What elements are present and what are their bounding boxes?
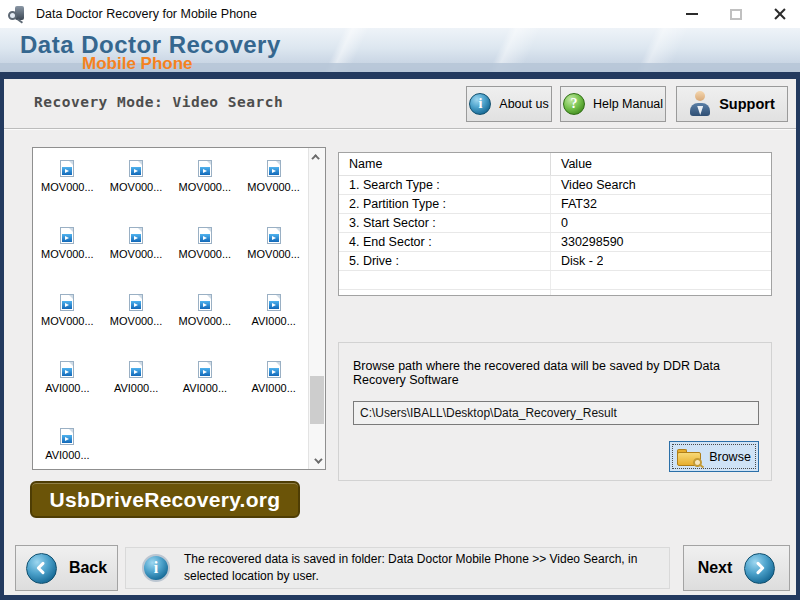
video-file-icon (198, 160, 212, 177)
table-row[interactable]: 2. Partition Type :FAT32 (339, 195, 771, 214)
file-item-label: MOV000... (41, 181, 94, 193)
cell-value: 330298590 (551, 235, 624, 249)
recovery-mode-label: Recovery Mode: Video Search (34, 94, 283, 110)
file-item-label: AVI000... (45, 382, 89, 394)
cell-value: 0 (551, 216, 568, 230)
cell-name: 3. Start Sector : (339, 214, 551, 232)
file-item[interactable]: AVI000... (33, 355, 102, 415)
search-details-table: Name Value 1. Search Type :Video Search2… (338, 152, 772, 296)
file-item[interactable]: MOV000... (171, 154, 240, 214)
file-item-label: MOV000... (110, 248, 163, 260)
file-item-label: MOV000... (41, 248, 94, 260)
file-item[interactable]: MOV000... (239, 154, 308, 214)
video-file-icon (129, 160, 143, 177)
file-item[interactable]: MOV000... (102, 288, 171, 348)
file-item[interactable]: MOV000... (33, 154, 102, 214)
table-row[interactable]: 1. Search Type :Video Search (339, 176, 771, 195)
file-item[interactable]: MOV000... (102, 154, 171, 214)
file-item[interactable]: AVI000... (171, 355, 240, 415)
about-us-label: About us (499, 97, 548, 111)
help-manual-button[interactable]: ? Help Manual (560, 86, 666, 122)
folder-search-icon (677, 448, 701, 466)
file-item-label: MOV000... (179, 181, 232, 193)
window-frame-right (796, 72, 800, 600)
file-item[interactable]: MOV000... (171, 288, 240, 348)
video-file-icon (129, 227, 143, 244)
app-magnifier-phone-icon (8, 5, 26, 23)
file-grid: MOV000...MOV000...MOV000...MOV000...MOV0… (33, 148, 308, 469)
maximize-button[interactable] (722, 3, 750, 25)
support-button[interactable]: Support (676, 86, 788, 122)
file-item[interactable]: AVI000... (239, 355, 308, 415)
header-banner: Data Doctor Recovery Mobile Phone (0, 28, 800, 72)
minimize-button[interactable] (678, 3, 706, 25)
table-row[interactable]: 4. End Sector :330298590 (339, 233, 771, 252)
product-subtitle: Mobile Phone (82, 54, 193, 72)
next-button[interactable]: Next (683, 545, 790, 591)
video-file-icon (267, 294, 281, 311)
close-button[interactable] (766, 3, 794, 25)
cell-value: Disk - 2 (551, 254, 603, 268)
person-icon (689, 91, 711, 117)
chevron-left-circle-icon (26, 553, 57, 584)
minimize-icon (686, 13, 698, 15)
about-us-button[interactable]: i About us (466, 86, 552, 122)
recovered-files-panel: MOV000...MOV000...MOV000...MOV000...MOV0… (32, 147, 326, 470)
file-item[interactable]: MOV000... (33, 221, 102, 281)
file-item-label: MOV000... (41, 315, 94, 327)
save-path-field[interactable]: C:\Users\IBALL\Desktop\Data_Recovery_Res… (353, 401, 759, 425)
save-path-value: C:\Users\IBALL\Desktop\Data_Recovery_Res… (360, 406, 617, 420)
file-item-label: AVI000... (114, 382, 158, 394)
column-header-name[interactable]: Name (339, 153, 551, 175)
next-button-label: Next (698, 559, 733, 577)
cell-name: 1. Search Type : (339, 176, 551, 194)
info-icon: i (469, 93, 491, 115)
help-manual-label: Help Manual (593, 97, 663, 111)
file-item[interactable]: MOV000... (171, 221, 240, 281)
file-list-scrollbar[interactable] (308, 148, 325, 469)
browse-path-label: Browse path where the recovered data wil… (353, 359, 763, 387)
video-file-icon (267, 361, 281, 378)
file-item[interactable]: MOV000... (33, 288, 102, 348)
file-item-label: AVI000... (251, 315, 295, 327)
table-header: Name Value (339, 153, 771, 176)
chevron-up-icon (311, 154, 319, 162)
file-item[interactable]: AVI000... (239, 288, 308, 348)
video-file-icon (60, 361, 74, 378)
chevron-down-icon (314, 455, 322, 463)
video-file-icon (198, 361, 212, 378)
video-file-icon (129, 361, 143, 378)
header-divider (0, 72, 800, 79)
file-item[interactable]: MOV000... (239, 221, 308, 281)
badge-text: UsbDriveRecovery.org (50, 488, 281, 512)
scroll-up-button[interactable] (309, 148, 325, 165)
table-row[interactable]: 5. Drive :Disk - 2 (339, 252, 771, 271)
browse-button[interactable]: Browse (669, 441, 759, 472)
app-window: Data Doctor Recovery for Mobile Phone Da… (0, 0, 800, 600)
file-item[interactable]: AVI000... (102, 355, 171, 415)
close-icon (773, 7, 787, 21)
maximize-icon (730, 9, 742, 20)
toolbar: Recovery Mode: Video Search i About us ?… (4, 79, 796, 129)
video-file-icon (267, 227, 281, 244)
table-row[interactable]: 3. Start Sector :0 (339, 214, 771, 233)
question-icon: ? (563, 93, 585, 115)
file-item-label: MOV000... (110, 181, 163, 193)
video-file-icon (198, 294, 212, 311)
scroll-down-button[interactable] (309, 452, 325, 469)
status-message-box: i The recovered data is saved in folder:… (125, 547, 670, 589)
usbdriverecovery-badge[interactable]: UsbDriveRecovery.org (30, 481, 300, 518)
column-header-value[interactable]: Value (551, 157, 592, 171)
video-file-icon (129, 294, 143, 311)
file-item[interactable]: MOV000... (102, 221, 171, 281)
status-message: The recovered data is saved in folder: D… (184, 551, 664, 585)
video-file-icon (60, 227, 74, 244)
info-icon: i (142, 554, 170, 582)
scrollbar-thumb[interactable] (310, 376, 324, 424)
file-item-label: AVI000... (45, 449, 89, 461)
cell-name: 2. Partition Type : (339, 195, 551, 213)
file-item-label: MOV000... (179, 315, 232, 327)
back-button[interactable]: Back (15, 545, 118, 591)
details-rows: 1. Search Type :Video Search2. Partition… (339, 176, 771, 296)
file-item[interactable]: AVI000... (33, 422, 102, 469)
